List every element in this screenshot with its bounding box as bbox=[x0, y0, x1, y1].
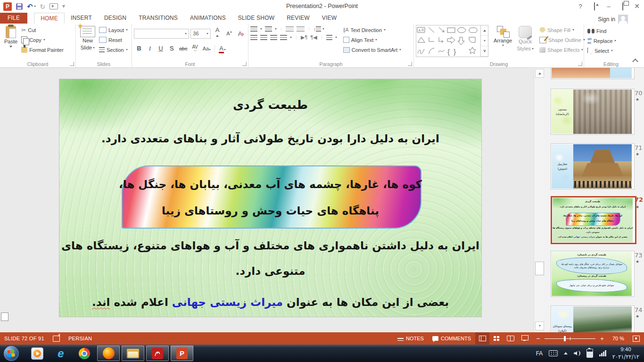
taskbar-file-explorer-icon[interactable] bbox=[122, 346, 144, 361]
shape-effects-button[interactable]: Shape Effects bbox=[538, 45, 586, 55]
slideshow-view-button[interactable] bbox=[518, 332, 532, 345]
change-case-button[interactable]: Aa bbox=[201, 45, 213, 52]
tab-file[interactable]: FILE bbox=[0, 13, 27, 24]
taskbar-chrome-icon[interactable] bbox=[74, 346, 95, 361]
fit-to-window-button[interactable] bbox=[628, 332, 644, 345]
paste-dropdown-icon[interactable] bbox=[9, 46, 12, 48]
tab-animations[interactable]: ANIMATIONS bbox=[184, 13, 232, 24]
zoom-slider-thumb[interactable] bbox=[564, 336, 566, 341]
shape-fill-button[interactable]: Shape Fill bbox=[538, 25, 586, 35]
selection-handle[interactable] bbox=[1, 313, 8, 321]
sign-in[interactable]: Sign in bbox=[598, 15, 628, 24]
tab-insert[interactable]: INSERT bbox=[65, 13, 98, 24]
clear-formatting-button[interactable]: A bbox=[236, 30, 246, 38]
thumbnail-slide-69[interactable] bbox=[551, 68, 635, 79]
paragraph-dialog-launcher-icon[interactable] bbox=[408, 62, 412, 66]
convert-smartart-button[interactable]: Convert to SmartArt bbox=[342, 45, 403, 55]
shapes-gallery[interactable]: A { } bbox=[416, 25, 488, 57]
taskbar-powerpoint-icon[interactable]: P bbox=[171, 346, 193, 361]
thumbnail-slide-73[interactable]: طبیعت گردی در تابستان: سواحل شمال در کنا… bbox=[551, 251, 635, 297]
copy-dropdown-icon[interactable] bbox=[43, 39, 45, 41]
show-hidden-icons[interactable] bbox=[564, 352, 568, 354]
reset-button[interactable]: Reset bbox=[98, 35, 129, 45]
tab-transitions[interactable]: TRANSITIONS bbox=[132, 13, 184, 24]
new-slide-button[interactable]: New Slide bbox=[78, 25, 98, 52]
tray-clock[interactable]: 9:40 ۲۰۲۱/۲۲/۱۲ bbox=[612, 346, 639, 361]
spell-check-button[interactable] bbox=[49, 332, 64, 345]
paste-button[interactable]: Paste bbox=[2, 25, 20, 49]
tab-home[interactable]: HOME bbox=[34, 13, 65, 24]
align-text-button[interactable]: Align Text bbox=[342, 35, 403, 45]
slide-indicator[interactable]: SLIDE 72 OF 91 bbox=[0, 332, 49, 345]
find-button[interactable]: Find bbox=[586, 26, 618, 36]
shapes-more-icon[interactable] bbox=[481, 46, 488, 57]
strikethrough-button[interactable]: abc bbox=[177, 45, 190, 52]
increase-indent-icon[interactable] bbox=[297, 26, 305, 32]
language-indicator[interactable]: PERSIAN bbox=[64, 332, 96, 345]
copy-button[interactable]: Copy bbox=[20, 35, 65, 45]
numbering-icon[interactable] bbox=[265, 26, 272, 32]
rainbow-rounded-rectangle[interactable] bbox=[122, 165, 421, 229]
scroll-up-button[interactable] bbox=[535, 69, 544, 78]
redo-icon[interactable]: ↻ bbox=[40, 3, 46, 10]
zoom-out-button[interactable]: − bbox=[532, 332, 542, 345]
align-left-icon[interactable] bbox=[250, 35, 257, 40]
start-button[interactable] bbox=[4, 346, 19, 361]
shapes-gallery-scrollbar[interactable] bbox=[480, 25, 488, 57]
columns-icon[interactable] bbox=[326, 35, 332, 40]
undo-dropdown-icon[interactable] bbox=[34, 6, 36, 7]
drawing-dialog-launcher-icon[interactable] bbox=[578, 62, 582, 66]
text-direction-button[interactable]: ∥AText Direction bbox=[342, 25, 403, 35]
character-spacing-button[interactable]: AV↔ bbox=[190, 44, 200, 53]
underline-button[interactable]: U bbox=[156, 44, 166, 52]
battery-icon[interactable] bbox=[586, 349, 593, 358]
tray-language-indicator[interactable]: FA bbox=[536, 350, 543, 357]
slide-title[interactable]: طبیعت گردی bbox=[59, 98, 481, 112]
normal-view-button[interactable] bbox=[475, 332, 489, 345]
shape-outline-button[interactable]: Shape Outline bbox=[538, 35, 586, 45]
notes-button[interactable]: NOTES bbox=[393, 332, 428, 345]
bold-button[interactable]: B bbox=[134, 44, 144, 52]
undo-button[interactable]: ↶ bbox=[27, 3, 36, 10]
tab-slideshow[interactable]: SLIDE SHOW bbox=[232, 13, 281, 24]
taskbar-internet-explorer-icon[interactable]: e bbox=[50, 346, 72, 361]
font-color-button[interactable]: A bbox=[217, 44, 228, 52]
layout-button[interactable]: Layout bbox=[98, 25, 129, 35]
zoom-slider[interactable] bbox=[545, 338, 595, 339]
close-button[interactable]: ✕ bbox=[630, 0, 644, 13]
line-spacing-button[interactable]: ↕ bbox=[314, 26, 324, 32]
help-button[interactable]: ? bbox=[573, 0, 587, 13]
tab-review[interactable]: REVIEW bbox=[281, 13, 316, 24]
rainbow-box-line1[interactable]: کوه ها، غارها، چشمه های آب معدنی، بیابان… bbox=[59, 178, 481, 190]
select-button[interactable]: Select bbox=[586, 46, 618, 56]
shrink-font-button[interactable]: A bbox=[224, 30, 234, 37]
align-right-icon[interactable] bbox=[270, 35, 277, 40]
slide-line1[interactable]: ایران به دلیل دارا بودن تاریخ طولانی آثا… bbox=[59, 132, 481, 145]
justify-icon[interactable] bbox=[280, 35, 287, 40]
scroll-down-button[interactable] bbox=[535, 321, 544, 330]
font-name-combo[interactable] bbox=[134, 29, 189, 39]
comments-button[interactable]: COMMENTS bbox=[428, 332, 475, 345]
slide-editing-area[interactable]: طبیعت گردی ایران به دلیل دارا بودن تاریخ… bbox=[0, 68, 534, 332]
quick-styles-button[interactable]: Quick Styles bbox=[514, 25, 536, 53]
italic-button[interactable]: I bbox=[145, 44, 155, 53]
replace-button[interactable]: abacReplace bbox=[586, 36, 618, 46]
font-dialog-launcher-icon[interactable] bbox=[242, 62, 247, 66]
clipboard-dialog-launcher-icon[interactable] bbox=[70, 62, 74, 66]
restore-button[interactable] bbox=[616, 0, 630, 13]
rtl-direction-icon[interactable]: ¶◀ bbox=[310, 34, 317, 41]
slide-para-line1[interactable]: ایران به دلیل داشتن ناهمواری های مختلف و… bbox=[59, 239, 481, 252]
taskbar-acrobat-icon[interactable] bbox=[146, 346, 169, 361]
grow-font-button[interactable]: A bbox=[212, 26, 223, 41]
thumbnail-slide-74[interactable]: روستای سوباتان(گیلان) bbox=[551, 305, 635, 332]
shapes-scroll-up-icon[interactable] bbox=[481, 25, 488, 36]
slide-sorter-view-button[interactable] bbox=[489, 332, 504, 345]
taskbar-firefox-icon[interactable] bbox=[97, 346, 120, 361]
format-painter-button[interactable]: Format Painter bbox=[20, 45, 65, 55]
volume-icon[interactable] bbox=[574, 351, 580, 356]
tab-design[interactable]: DESIGN bbox=[98, 13, 132, 24]
ltr-direction-icon[interactable]: ▶¶ bbox=[301, 34, 307, 41]
customize-qat-button[interactable] bbox=[62, 5, 65, 8]
network-signal-icon[interactable] bbox=[599, 350, 606, 356]
taskbar-media-player-icon[interactable] bbox=[26, 346, 48, 361]
